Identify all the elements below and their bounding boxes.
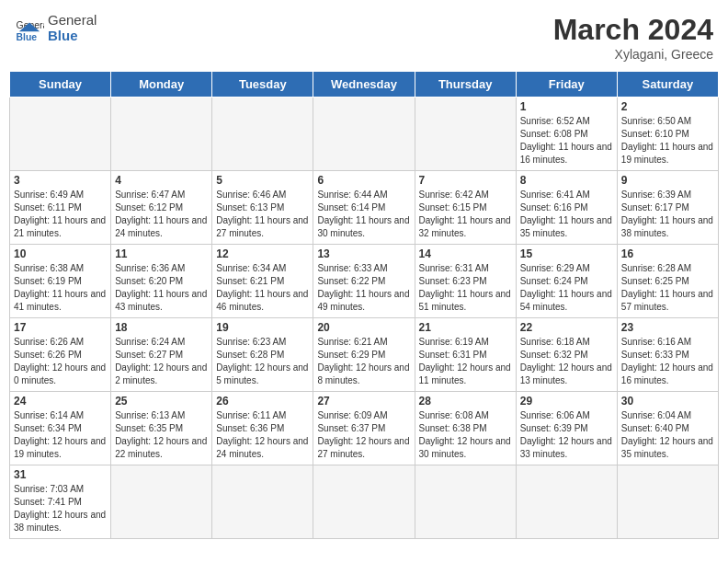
week-row-2: 10Sunrise: 6:38 AM Sunset: 6:19 PM Dayli… (10, 245, 719, 318)
svg-text:Blue: Blue (17, 31, 38, 41)
day-header-thursday: Thursday (415, 72, 516, 98)
cell-info: Sunrise: 6:29 AM Sunset: 6:24 PM Dayligh… (520, 262, 613, 314)
calendar-cell: 4Sunrise: 6:47 AM Sunset: 6:12 PM Daylig… (111, 171, 212, 245)
day-header-friday: Friday (516, 72, 617, 98)
logo: General Blue General Blue (15, 13, 97, 43)
cell-info: Sunrise: 6:24 AM Sunset: 6:27 PM Dayligh… (115, 336, 208, 387)
date-number: 12 (216, 247, 309, 260)
cell-info: Sunrise: 6:13 AM Sunset: 6:35 PM Dayligh… (115, 409, 208, 461)
date-number: 8 (520, 174, 613, 187)
cell-info: Sunrise: 6:33 AM Sunset: 6:22 PM Dayligh… (317, 262, 410, 314)
date-number: 1 (520, 100, 613, 113)
date-number: 22 (520, 321, 613, 334)
calendar-cell (415, 98, 516, 171)
calendar-cell: 21Sunrise: 6:19 AM Sunset: 6:31 PM Dayli… (415, 318, 516, 392)
cell-info: Sunrise: 6:46 AM Sunset: 6:13 PM Dayligh… (216, 189, 309, 240)
calendar-cell: 1Sunrise: 6:52 AM Sunset: 6:08 PM Daylig… (516, 98, 617, 171)
date-number: 2 (621, 100, 714, 113)
cell-info: Sunrise: 6:36 AM Sunset: 6:20 PM Dayligh… (115, 262, 208, 314)
calendar-cell: 31Sunrise: 7:03 AM Sunset: 7:41 PM Dayli… (10, 465, 111, 539)
calendar-cell: 7Sunrise: 6:42 AM Sunset: 6:15 PM Daylig… (415, 171, 516, 245)
logo-icon: General Blue (15, 14, 44, 43)
cell-info: Sunrise: 6:38 AM Sunset: 6:19 PM Dayligh… (14, 262, 107, 314)
cell-info: Sunrise: 6:28 AM Sunset: 6:25 PM Dayligh… (621, 262, 714, 314)
calendar-cell: 27Sunrise: 6:09 AM Sunset: 6:37 PM Dayli… (313, 392, 415, 465)
cell-info: Sunrise: 6:11 AM Sunset: 6:36 PM Dayligh… (216, 409, 309, 461)
date-number: 7 (419, 174, 512, 187)
date-number: 13 (317, 247, 410, 260)
calendar-cell: 23Sunrise: 6:16 AM Sunset: 6:33 PM Dayli… (617, 318, 718, 392)
cell-info: Sunrise: 6:42 AM Sunset: 6:15 PM Dayligh… (419, 189, 512, 240)
cell-info: Sunrise: 6:41 AM Sunset: 6:16 PM Dayligh… (520, 189, 613, 240)
week-row-1: 3Sunrise: 6:49 AM Sunset: 6:11 PM Daylig… (10, 171, 719, 245)
cell-info: Sunrise: 6:26 AM Sunset: 6:26 PM Dayligh… (14, 336, 107, 387)
calendar-cell (617, 465, 718, 539)
date-number: 10 (14, 247, 107, 260)
week-row-3: 17Sunrise: 6:26 AM Sunset: 6:26 PM Dayli… (10, 318, 719, 392)
calendar-cell: 9Sunrise: 6:39 AM Sunset: 6:17 PM Daylig… (617, 171, 718, 245)
date-number: 6 (317, 174, 410, 187)
calendar-cell (111, 98, 212, 171)
date-number: 16 (621, 247, 714, 260)
calendar-cell: 24Sunrise: 6:14 AM Sunset: 6:34 PM Dayli… (10, 392, 111, 465)
date-number: 29 (520, 395, 613, 408)
date-number: 25 (115, 395, 208, 408)
week-row-4: 24Sunrise: 6:14 AM Sunset: 6:34 PM Dayli… (10, 392, 719, 465)
calendar-cell (10, 98, 111, 171)
calendar-cell: 15Sunrise: 6:29 AM Sunset: 6:24 PM Dayli… (516, 245, 617, 318)
cell-info: Sunrise: 6:47 AM Sunset: 6:12 PM Dayligh… (115, 189, 208, 240)
calendar-cell: 28Sunrise: 6:08 AM Sunset: 6:38 PM Dayli… (415, 392, 516, 465)
date-number: 24 (14, 395, 107, 408)
calendar-cell: 17Sunrise: 6:26 AM Sunset: 6:26 PM Dayli… (10, 318, 111, 392)
date-number: 15 (520, 247, 613, 260)
cell-info: Sunrise: 7:03 AM Sunset: 7:41 PM Dayligh… (14, 483, 107, 534)
date-number: 5 (216, 174, 309, 187)
calendar-cell: 12Sunrise: 6:34 AM Sunset: 6:21 PM Dayli… (212, 245, 313, 318)
date-number: 21 (419, 321, 512, 334)
calendar-cell (415, 465, 516, 539)
calendar-cell (212, 465, 313, 539)
cell-info: Sunrise: 6:08 AM Sunset: 6:38 PM Dayligh… (419, 409, 512, 461)
cell-info: Sunrise: 6:09 AM Sunset: 6:37 PM Dayligh… (317, 409, 410, 461)
calendar-cell: 26Sunrise: 6:11 AM Sunset: 6:36 PM Dayli… (212, 392, 313, 465)
calendar-cell (212, 98, 313, 171)
day-header-row: SundayMondayTuesdayWednesdayThursdayFrid… (10, 72, 719, 98)
calendar-cell: 13Sunrise: 6:33 AM Sunset: 6:22 PM Dayli… (313, 245, 415, 318)
calendar-cell: 19Sunrise: 6:23 AM Sunset: 6:28 PM Dayli… (212, 318, 313, 392)
title-area: March 2024 Xylagani, Greece (553, 13, 713, 62)
week-row-5: 31Sunrise: 7:03 AM Sunset: 7:41 PM Dayli… (10, 465, 719, 539)
calendar-cell (516, 465, 617, 539)
calendar-title: March 2024 (553, 13, 713, 47)
calendar-cell: 14Sunrise: 6:31 AM Sunset: 6:23 PM Dayli… (415, 245, 516, 318)
cell-info: Sunrise: 6:18 AM Sunset: 6:32 PM Dayligh… (520, 336, 613, 387)
date-number: 19 (216, 321, 309, 334)
logo-blue-text: Blue (48, 29, 97, 44)
date-number: 30 (621, 395, 714, 408)
calendar-cell: 22Sunrise: 6:18 AM Sunset: 6:32 PM Dayli… (516, 318, 617, 392)
logo-general-text: General (48, 13, 97, 29)
calendar-cell: 25Sunrise: 6:13 AM Sunset: 6:35 PM Dayli… (111, 392, 212, 465)
date-number: 23 (621, 321, 714, 334)
date-number: 14 (419, 247, 512, 260)
date-number: 26 (216, 395, 309, 408)
day-header-sunday: Sunday (10, 72, 111, 98)
calendar-cell: 11Sunrise: 6:36 AM Sunset: 6:20 PM Dayli… (111, 245, 212, 318)
cell-info: Sunrise: 6:21 AM Sunset: 6:29 PM Dayligh… (317, 336, 410, 387)
calendar-cell: 5Sunrise: 6:46 AM Sunset: 6:13 PM Daylig… (212, 171, 313, 245)
calendar-cell: 3Sunrise: 6:49 AM Sunset: 6:11 PM Daylig… (10, 171, 111, 245)
calendar-cell: 8Sunrise: 6:41 AM Sunset: 6:16 PM Daylig… (516, 171, 617, 245)
calendar-table: SundayMondayTuesdayWednesdayThursdayFrid… (9, 71, 719, 539)
cell-info: Sunrise: 6:34 AM Sunset: 6:21 PM Dayligh… (216, 262, 309, 314)
calendar-cell (111, 465, 212, 539)
cell-info: Sunrise: 6:39 AM Sunset: 6:17 PM Dayligh… (621, 189, 714, 240)
calendar-cell: 16Sunrise: 6:28 AM Sunset: 6:25 PM Dayli… (617, 245, 718, 318)
cell-info: Sunrise: 6:49 AM Sunset: 6:11 PM Dayligh… (14, 189, 107, 240)
calendar-cell (313, 98, 415, 171)
day-header-monday: Monday (111, 72, 212, 98)
day-header-saturday: Saturday (617, 72, 718, 98)
calendar-cell: 30Sunrise: 6:04 AM Sunset: 6:40 PM Dayli… (617, 392, 718, 465)
calendar-cell: 2Sunrise: 6:50 AM Sunset: 6:10 PM Daylig… (617, 98, 718, 171)
calendar-cell: 20Sunrise: 6:21 AM Sunset: 6:29 PM Dayli… (313, 318, 415, 392)
cell-info: Sunrise: 6:14 AM Sunset: 6:34 PM Dayligh… (14, 409, 107, 461)
date-number: 17 (14, 321, 107, 334)
